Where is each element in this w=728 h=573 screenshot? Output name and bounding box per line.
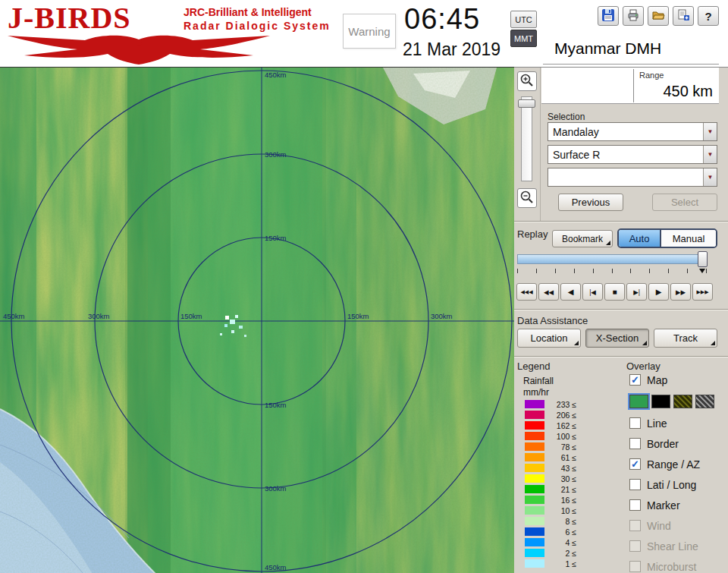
playback-controls: ◀◀◀◀◀◀|◀■▶|▶▶▶▶▶▶ xyxy=(516,283,713,301)
range-label: Range xyxy=(639,71,664,80)
range-value: 450 km xyxy=(663,83,713,100)
print-button[interactable] xyxy=(623,6,644,26)
warning-indicator[interactable]: Warning xyxy=(343,14,396,49)
product-dropdown-button[interactable]: ▼ xyxy=(703,146,717,163)
overlay-item-label: Wind xyxy=(647,520,671,532)
overlay-section-label: Overlay xyxy=(626,360,661,372)
checkbox[interactable]: ✓ xyxy=(629,374,641,386)
site-dropdown-button[interactable]: ▼ xyxy=(703,123,717,140)
zoom-out-icon xyxy=(519,190,535,207)
corner-menu-icon xyxy=(711,341,715,345)
checkbox[interactable]: ✓ xyxy=(629,458,641,470)
header-bar: J-BIRDS JRC-Brilliant & Intelligent Rada… xyxy=(0,0,728,67)
overlay-item-map[interactable]: ✓Map xyxy=(629,374,725,386)
legend-color-swatch xyxy=(525,496,544,504)
zoom-in-button[interactable] xyxy=(517,71,537,91)
site-dropdown[interactable]: Mandalay ▼ xyxy=(548,122,717,141)
playback-step-forward-button[interactable]: ▶ xyxy=(648,283,669,301)
legend-threshold-value: 6 ≤ xyxy=(544,527,576,537)
replay-section-label: Replay xyxy=(517,228,548,240)
legend-color-swatch xyxy=(525,559,544,568)
chevron-down-icon: ▼ xyxy=(708,151,714,158)
previous-button[interactable]: Previous xyxy=(558,194,623,211)
legend-row: 2 ≤ xyxy=(525,549,576,557)
legend-threshold-value: 206 ≤ xyxy=(544,411,576,420)
zoom-slider-handle[interactable] xyxy=(518,99,535,108)
map-style-terrain-green[interactable] xyxy=(629,395,648,408)
checkbox[interactable] xyxy=(629,479,641,490)
map-style-olive-pattern[interactable] xyxy=(673,395,692,408)
checkbox[interactable] xyxy=(629,417,641,429)
legend-threshold-value: 16 ≤ xyxy=(544,496,576,505)
bookmark-label: Bookmark xyxy=(562,234,603,244)
zoom-slider-track[interactable] xyxy=(521,96,532,181)
ruler-tick xyxy=(536,269,537,273)
overlay-item-marker[interactable]: Marker xyxy=(629,499,725,511)
manual-mode-button[interactable]: Manual xyxy=(661,230,716,247)
extra-dropdown-button[interactable]: ▼ xyxy=(703,168,717,186)
checkbox xyxy=(629,520,641,531)
range-divider xyxy=(633,69,634,102)
checkbox[interactable] xyxy=(629,499,641,511)
station-title: Myanmar DMH xyxy=(554,39,661,58)
save-button[interactable] xyxy=(598,6,619,26)
header-divider xyxy=(543,64,719,65)
assist-x-section-button[interactable]: X-Section xyxy=(585,329,649,348)
overlay-item-lati-long[interactable]: Lati / Long xyxy=(629,479,725,490)
select-button[interactable]: Select xyxy=(652,194,717,211)
map-style-gray-hatch[interactable] xyxy=(695,395,714,408)
legend-threshold-value: 4 ≤ xyxy=(544,538,576,547)
radar-map-area[interactable]: 450km300km150km150km300km450km450km300km… xyxy=(0,67,514,573)
playback-rewind-button[interactable]: ◀◀ xyxy=(538,283,559,301)
ruler-tick xyxy=(612,269,613,273)
legend-row: 162 ≤ xyxy=(525,421,576,430)
overlay-item-range-az[interactable]: ✓Range / AZ xyxy=(629,458,725,470)
playback-first-frame-button[interactable]: |◀ xyxy=(582,283,603,301)
zoom-out-button[interactable] xyxy=(517,188,537,208)
playback-last-frame-button[interactable]: ▶| xyxy=(626,283,647,301)
legend-row: 100 ≤ xyxy=(525,432,576,440)
separator xyxy=(514,356,728,357)
timeline-ruler xyxy=(517,269,707,275)
map-style-black[interactable] xyxy=(651,395,670,408)
legend-color-swatch xyxy=(525,474,544,483)
legend-row: 6 ≤ xyxy=(525,527,576,536)
product-dropdown[interactable]: Surface R ▼ xyxy=(548,145,717,164)
overlay-item-label: Microburst xyxy=(647,561,696,573)
open-file-button[interactable] xyxy=(648,6,669,26)
replay-timeline-track[interactable] xyxy=(517,254,707,264)
playback-forward-button[interactable]: ▶▶ xyxy=(670,283,691,301)
overlay-item-label: Marker xyxy=(647,499,680,512)
ruler-tick xyxy=(574,269,575,273)
playback-fast-forward-button[interactable]: ▶▶▶ xyxy=(692,283,713,301)
export-button[interactable] xyxy=(673,6,694,26)
overlay-item-microburst: Microburst xyxy=(629,561,725,572)
overlay-item-line[interactable]: Line xyxy=(629,417,725,429)
auto-mode-button[interactable]: Auto xyxy=(619,230,661,247)
replay-timeline-handle[interactable] xyxy=(698,251,708,267)
ruler-tick xyxy=(649,269,650,273)
playback-stop-button[interactable]: ■ xyxy=(604,283,625,301)
open-folder-icon xyxy=(651,8,665,24)
timezone-utc-button[interactable]: UTC xyxy=(510,11,537,28)
overlay-item-border[interactable]: Border xyxy=(629,438,725,449)
playback-step-back-button[interactable]: ◀ xyxy=(560,283,581,301)
bookmark-button[interactable]: Bookmark xyxy=(552,230,613,247)
legend-color-swatch xyxy=(525,411,544,419)
assist-location-button[interactable]: Location xyxy=(517,329,581,348)
legend-color-swatch xyxy=(525,400,544,408)
radar-map[interactable]: 450km300km150km150km300km450km450km300km… xyxy=(0,68,514,573)
checkbox[interactable] xyxy=(629,438,641,449)
selection-section-label: Selection xyxy=(548,112,585,122)
assist-button-label: Location xyxy=(530,332,567,344)
first-frame-icon: |◀ xyxy=(589,288,596,296)
help-icon: ? xyxy=(704,10,711,23)
overlay-item-label: Map xyxy=(647,374,667,386)
assist-track-button[interactable]: Track xyxy=(654,329,717,348)
extra-dropdown[interactable]: ▼ xyxy=(548,168,717,187)
legend-threshold-value: 30 ≤ xyxy=(544,474,576,483)
timezone-mmt-button[interactable]: MMT xyxy=(510,30,537,47)
legend-color-swatch xyxy=(525,432,544,440)
help-button[interactable]: ? xyxy=(698,6,719,26)
playback-fast-rewind-button[interactable]: ◀◀◀ xyxy=(516,283,537,301)
